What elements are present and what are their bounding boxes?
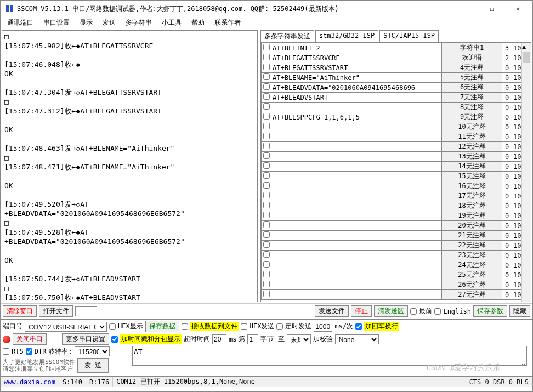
port-combo[interactable]: COM12 USB-SERIAL CH340 bbox=[25, 322, 107, 332]
macro-scrollbar[interactable]: ▲ bbox=[521, 43, 531, 302]
macro-send-14[interactable]: 16无注释 bbox=[442, 181, 502, 191]
stop-button[interactable]: 停止 bbox=[351, 305, 372, 317]
macro-cmd-1[interactable]: AT+BLEGATTSSRVCRE bbox=[271, 53, 442, 63]
macro-chk-23[interactable] bbox=[263, 271, 270, 277]
macro-n-1[interactable]: 2 bbox=[502, 53, 512, 63]
macro-cmd-12[interactable] bbox=[271, 162, 442, 172]
macro-n-3[interactable]: 0 bbox=[502, 73, 512, 83]
macro-cmd-19[interactable] bbox=[271, 231, 442, 241]
checksum-combo[interactable]: None bbox=[335, 334, 379, 344]
menu-发送[interactable]: 发送 bbox=[98, 17, 120, 29]
macro-cmd-0[interactable]: AT+BLEINIT=2 bbox=[271, 43, 442, 53]
macro-chk-18[interactable] bbox=[263, 221, 270, 228]
interval-input[interactable] bbox=[314, 322, 332, 332]
clear-send-button[interactable]: 清发送区 bbox=[374, 305, 408, 317]
send-input[interactable]: AT bbox=[132, 346, 527, 366]
macro-send-22[interactable]: 24无注释 bbox=[442, 260, 502, 270]
macro-cmd-24[interactable] bbox=[271, 280, 442, 290]
macro-n-24[interactable]: 0 bbox=[502, 280, 512, 290]
topmost-checkbox[interactable] bbox=[410, 308, 417, 315]
macro-n-10[interactable]: 0 bbox=[502, 142, 512, 152]
macro-send-21[interactable]: 23无注释 bbox=[442, 251, 502, 260]
close-port-button[interactable]: 关闭串口 bbox=[13, 333, 47, 345]
macro-cmd-25[interactable] bbox=[271, 290, 442, 300]
macro-send-20[interactable]: 22无注释 bbox=[442, 241, 502, 251]
macro-cmd-17[interactable] bbox=[271, 211, 442, 221]
macro-cmd-21[interactable] bbox=[271, 251, 442, 260]
open-file-button[interactable]: 打开文件 bbox=[39, 305, 73, 317]
nth-input[interactable] bbox=[247, 334, 258, 344]
macro-cmd-13[interactable] bbox=[271, 172, 442, 181]
macro-chk-7[interactable] bbox=[263, 113, 270, 120]
macro-chk-11[interactable] bbox=[263, 152, 270, 159]
tab-1[interactable]: stm32/GD32 ISP bbox=[315, 30, 378, 42]
macro-send-13[interactable]: 15无注释 bbox=[442, 172, 502, 181]
macro-send-17[interactable]: 19无注释 bbox=[442, 211, 502, 221]
menu-多字符串[interactable]: 多字符串 bbox=[121, 17, 156, 29]
save-param-button[interactable]: 保存参数 bbox=[473, 305, 507, 317]
macro-n-2[interactable]: 0 bbox=[502, 63, 512, 73]
macro-chk-14[interactable] bbox=[263, 182, 270, 189]
menu-通讯端口[interactable]: 通讯端口 bbox=[3, 17, 38, 29]
macro-send-8[interactable]: 10无注释 bbox=[442, 122, 502, 132]
macro-n-21[interactable]: 0 bbox=[502, 251, 512, 260]
menu-联系作者[interactable]: 联系作者 bbox=[210, 17, 245, 29]
macro-cmd-16[interactable] bbox=[271, 201, 442, 211]
send-button[interactable]: 发 送 bbox=[77, 358, 109, 373]
end-combo[interactable]: 末尾 bbox=[287, 334, 311, 344]
macro-chk-10[interactable] bbox=[263, 143, 270, 149]
macro-n-17[interactable]: 0 bbox=[502, 211, 512, 221]
macro-n-23[interactable]: 0 bbox=[502, 270, 512, 280]
macro-n-18[interactable]: 0 bbox=[502, 221, 512, 231]
macro-cmd-5[interactable]: AT+BLEADVSTART bbox=[271, 93, 442, 103]
macro-send-18[interactable]: 20无注释 bbox=[442, 221, 502, 231]
macro-chk-16[interactable] bbox=[263, 202, 270, 208]
macro-n-22[interactable]: 0 bbox=[502, 260, 512, 270]
macro-send-10[interactable]: 12无注释 bbox=[442, 142, 502, 152]
macro-send-15[interactable]: 17无注释 bbox=[442, 191, 502, 201]
macro-chk-5[interactable] bbox=[263, 93, 270, 100]
macro-cmd-15[interactable] bbox=[271, 191, 442, 201]
macro-send-24[interactable]: 26无注释 bbox=[442, 280, 502, 290]
macro-cmd-10[interactable] bbox=[271, 142, 442, 152]
macro-send-12[interactable]: 14无注释 bbox=[442, 162, 502, 172]
open-file-path[interactable] bbox=[75, 306, 97, 316]
macro-chk-20[interactable] bbox=[263, 241, 270, 248]
macro-chk-3[interactable] bbox=[263, 73, 270, 80]
macro-n-9[interactable]: 0 bbox=[502, 132, 512, 142]
macro-cmd-20[interactable] bbox=[271, 241, 442, 251]
macro-n-11[interactable]: 0 bbox=[502, 152, 512, 162]
macro-send-5[interactable]: 7无注释 bbox=[442, 93, 502, 103]
macro-send-3[interactable]: 5无注释 bbox=[442, 73, 502, 83]
timestamp-checkbox[interactable] bbox=[111, 336, 118, 343]
recv-file-checkbox[interactable] bbox=[182, 323, 188, 330]
timeout-input[interactable] bbox=[212, 334, 226, 344]
maximize-button[interactable]: ☐ bbox=[482, 2, 502, 15]
macro-chk-24[interactable] bbox=[263, 281, 270, 287]
tab-0[interactable]: 多条字符串发送 bbox=[260, 30, 314, 42]
macro-send-9[interactable]: 11无注释 bbox=[442, 132, 502, 142]
tab-2[interactable]: STC/IAP15 ISP bbox=[379, 30, 439, 42]
macro-send-4[interactable]: 6无注释 bbox=[442, 83, 502, 93]
macro-cmd-14[interactable] bbox=[271, 181, 442, 191]
macro-chk-13[interactable] bbox=[263, 172, 270, 179]
macro-chk-2[interactable] bbox=[263, 64, 270, 70]
log-output[interactable]: □ [15:07:45.982]收←◆AT+BLEGATTSSRVCRE [15… bbox=[2, 30, 258, 302]
macro-chk-17[interactable] bbox=[263, 212, 270, 218]
dtr-checkbox[interactable] bbox=[26, 348, 32, 355]
macro-chk-0[interactable] bbox=[263, 44, 270, 50]
macro-cmd-22[interactable] bbox=[271, 260, 442, 270]
macro-chk-15[interactable] bbox=[263, 192, 270, 198]
minimize-button[interactable]: — bbox=[456, 2, 475, 15]
hex-send-checkbox[interactable] bbox=[241, 323, 247, 330]
macro-chk-1[interactable] bbox=[263, 54, 270, 60]
macro-n-7[interactable]: 0 bbox=[502, 112, 512, 122]
macro-n-19[interactable]: 0 bbox=[502, 231, 512, 241]
macro-chk-4[interactable] bbox=[263, 83, 270, 90]
macro-send-23[interactable]: 25无注释 bbox=[442, 270, 502, 280]
macro-n-14[interactable]: 0 bbox=[502, 181, 512, 191]
macro-cmd-9[interactable] bbox=[271, 132, 442, 142]
macro-chk-19[interactable] bbox=[263, 231, 270, 238]
macro-cmd-7[interactable]: AT+BLESPPCFG=1,1,6,1,5 bbox=[271, 112, 442, 122]
macro-chk-6[interactable] bbox=[263, 103, 270, 110]
